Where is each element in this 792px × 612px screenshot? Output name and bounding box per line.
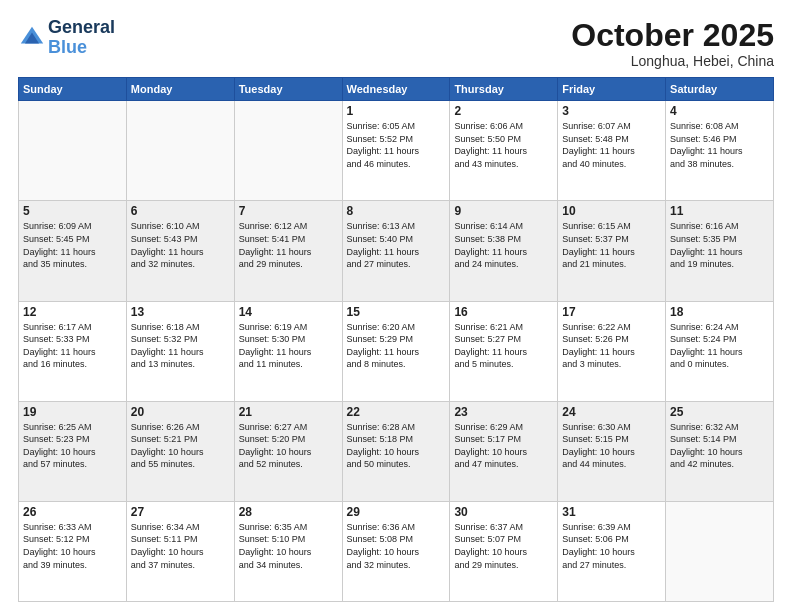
day-info: Sunrise: 6:17 AM Sunset: 5:33 PM Dayligh… bbox=[23, 321, 122, 371]
calendar-cell: 6Sunrise: 6:10 AM Sunset: 5:43 PM Daylig… bbox=[126, 201, 234, 301]
header: General Blue October 2025 Longhua, Hebei… bbox=[18, 18, 774, 69]
calendar-cell: 10Sunrise: 6:15 AM Sunset: 5:37 PM Dayli… bbox=[558, 201, 666, 301]
day-number: 8 bbox=[347, 204, 446, 218]
day-number: 17 bbox=[562, 305, 661, 319]
day-info: Sunrise: 6:06 AM Sunset: 5:50 PM Dayligh… bbox=[454, 120, 553, 170]
calendar-cell: 3Sunrise: 6:07 AM Sunset: 5:48 PM Daylig… bbox=[558, 101, 666, 201]
day-number: 16 bbox=[454, 305, 553, 319]
day-number: 11 bbox=[670, 204, 769, 218]
day-number: 20 bbox=[131, 405, 230, 419]
day-info: Sunrise: 6:26 AM Sunset: 5:21 PM Dayligh… bbox=[131, 421, 230, 471]
day-info: Sunrise: 6:18 AM Sunset: 5:32 PM Dayligh… bbox=[131, 321, 230, 371]
weekday-header-tuesday: Tuesday bbox=[234, 78, 342, 101]
day-info: Sunrise: 6:33 AM Sunset: 5:12 PM Dayligh… bbox=[23, 521, 122, 571]
day-number: 29 bbox=[347, 505, 446, 519]
day-info: Sunrise: 6:36 AM Sunset: 5:08 PM Dayligh… bbox=[347, 521, 446, 571]
calendar-cell: 27Sunrise: 6:34 AM Sunset: 5:11 PM Dayli… bbox=[126, 501, 234, 601]
calendar-week-row: 19Sunrise: 6:25 AM Sunset: 5:23 PM Dayli… bbox=[19, 401, 774, 501]
location: Longhua, Hebei, China bbox=[571, 53, 774, 69]
day-number: 2 bbox=[454, 104, 553, 118]
day-info: Sunrise: 6:21 AM Sunset: 5:27 PM Dayligh… bbox=[454, 321, 553, 371]
day-number: 24 bbox=[562, 405, 661, 419]
day-number: 3 bbox=[562, 104, 661, 118]
calendar-cell bbox=[234, 101, 342, 201]
calendar-cell bbox=[19, 101, 127, 201]
day-info: Sunrise: 6:28 AM Sunset: 5:18 PM Dayligh… bbox=[347, 421, 446, 471]
day-number: 31 bbox=[562, 505, 661, 519]
day-number: 23 bbox=[454, 405, 553, 419]
day-info: Sunrise: 6:37 AM Sunset: 5:07 PM Dayligh… bbox=[454, 521, 553, 571]
calendar-cell: 24Sunrise: 6:30 AM Sunset: 5:15 PM Dayli… bbox=[558, 401, 666, 501]
day-number: 10 bbox=[562, 204, 661, 218]
calendar-cell: 26Sunrise: 6:33 AM Sunset: 5:12 PM Dayli… bbox=[19, 501, 127, 601]
calendar-week-row: 12Sunrise: 6:17 AM Sunset: 5:33 PM Dayli… bbox=[19, 301, 774, 401]
day-info: Sunrise: 6:24 AM Sunset: 5:24 PM Dayligh… bbox=[670, 321, 769, 371]
day-number: 19 bbox=[23, 405, 122, 419]
day-info: Sunrise: 6:32 AM Sunset: 5:14 PM Dayligh… bbox=[670, 421, 769, 471]
weekday-header-row: SundayMondayTuesdayWednesdayThursdayFrid… bbox=[19, 78, 774, 101]
day-number: 9 bbox=[454, 204, 553, 218]
calendar-cell: 23Sunrise: 6:29 AM Sunset: 5:17 PM Dayli… bbox=[450, 401, 558, 501]
day-info: Sunrise: 6:05 AM Sunset: 5:52 PM Dayligh… bbox=[347, 120, 446, 170]
calendar-cell: 9Sunrise: 6:14 AM Sunset: 5:38 PM Daylig… bbox=[450, 201, 558, 301]
day-number: 18 bbox=[670, 305, 769, 319]
calendar-cell: 11Sunrise: 6:16 AM Sunset: 5:35 PM Dayli… bbox=[666, 201, 774, 301]
calendar-cell: 13Sunrise: 6:18 AM Sunset: 5:32 PM Dayli… bbox=[126, 301, 234, 401]
day-info: Sunrise: 6:39 AM Sunset: 5:06 PM Dayligh… bbox=[562, 521, 661, 571]
calendar-week-row: 5Sunrise: 6:09 AM Sunset: 5:45 PM Daylig… bbox=[19, 201, 774, 301]
day-number: 21 bbox=[239, 405, 338, 419]
day-info: Sunrise: 6:12 AM Sunset: 5:41 PM Dayligh… bbox=[239, 220, 338, 270]
calendar-cell: 19Sunrise: 6:25 AM Sunset: 5:23 PM Dayli… bbox=[19, 401, 127, 501]
weekday-header-sunday: Sunday bbox=[19, 78, 127, 101]
calendar-cell: 15Sunrise: 6:20 AM Sunset: 5:29 PM Dayli… bbox=[342, 301, 450, 401]
day-info: Sunrise: 6:29 AM Sunset: 5:17 PM Dayligh… bbox=[454, 421, 553, 471]
weekday-header-wednesday: Wednesday bbox=[342, 78, 450, 101]
day-number: 5 bbox=[23, 204, 122, 218]
calendar-cell: 18Sunrise: 6:24 AM Sunset: 5:24 PM Dayli… bbox=[666, 301, 774, 401]
calendar-cell: 31Sunrise: 6:39 AM Sunset: 5:06 PM Dayli… bbox=[558, 501, 666, 601]
page: General Blue October 2025 Longhua, Hebei… bbox=[0, 0, 792, 612]
day-number: 26 bbox=[23, 505, 122, 519]
logo-icon bbox=[18, 24, 46, 52]
day-info: Sunrise: 6:13 AM Sunset: 5:40 PM Dayligh… bbox=[347, 220, 446, 270]
calendar-cell: 8Sunrise: 6:13 AM Sunset: 5:40 PM Daylig… bbox=[342, 201, 450, 301]
weekday-header-monday: Monday bbox=[126, 78, 234, 101]
day-info: Sunrise: 6:19 AM Sunset: 5:30 PM Dayligh… bbox=[239, 321, 338, 371]
day-info: Sunrise: 6:27 AM Sunset: 5:20 PM Dayligh… bbox=[239, 421, 338, 471]
day-number: 13 bbox=[131, 305, 230, 319]
day-number: 28 bbox=[239, 505, 338, 519]
day-info: Sunrise: 6:08 AM Sunset: 5:46 PM Dayligh… bbox=[670, 120, 769, 170]
calendar-cell: 16Sunrise: 6:21 AM Sunset: 5:27 PM Dayli… bbox=[450, 301, 558, 401]
calendar-cell: 30Sunrise: 6:37 AM Sunset: 5:07 PM Dayli… bbox=[450, 501, 558, 601]
calendar-cell: 20Sunrise: 6:26 AM Sunset: 5:21 PM Dayli… bbox=[126, 401, 234, 501]
day-number: 22 bbox=[347, 405, 446, 419]
day-info: Sunrise: 6:09 AM Sunset: 5:45 PM Dayligh… bbox=[23, 220, 122, 270]
calendar-cell: 2Sunrise: 6:06 AM Sunset: 5:50 PM Daylig… bbox=[450, 101, 558, 201]
day-info: Sunrise: 6:34 AM Sunset: 5:11 PM Dayligh… bbox=[131, 521, 230, 571]
calendar-cell: 22Sunrise: 6:28 AM Sunset: 5:18 PM Dayli… bbox=[342, 401, 450, 501]
day-number: 14 bbox=[239, 305, 338, 319]
day-info: Sunrise: 6:20 AM Sunset: 5:29 PM Dayligh… bbox=[347, 321, 446, 371]
calendar-cell: 14Sunrise: 6:19 AM Sunset: 5:30 PM Dayli… bbox=[234, 301, 342, 401]
calendar-cell: 28Sunrise: 6:35 AM Sunset: 5:10 PM Dayli… bbox=[234, 501, 342, 601]
calendar-week-row: 1Sunrise: 6:05 AM Sunset: 5:52 PM Daylig… bbox=[19, 101, 774, 201]
day-info: Sunrise: 6:35 AM Sunset: 5:10 PM Dayligh… bbox=[239, 521, 338, 571]
calendar-cell: 5Sunrise: 6:09 AM Sunset: 5:45 PM Daylig… bbox=[19, 201, 127, 301]
day-info: Sunrise: 6:10 AM Sunset: 5:43 PM Dayligh… bbox=[131, 220, 230, 270]
calendar-table: SundayMondayTuesdayWednesdayThursdayFrid… bbox=[18, 77, 774, 602]
logo: General Blue bbox=[18, 18, 115, 58]
calendar-cell: 7Sunrise: 6:12 AM Sunset: 5:41 PM Daylig… bbox=[234, 201, 342, 301]
day-number: 6 bbox=[131, 204, 230, 218]
day-number: 1 bbox=[347, 104, 446, 118]
day-info: Sunrise: 6:22 AM Sunset: 5:26 PM Dayligh… bbox=[562, 321, 661, 371]
weekday-header-friday: Friday bbox=[558, 78, 666, 101]
day-info: Sunrise: 6:25 AM Sunset: 5:23 PM Dayligh… bbox=[23, 421, 122, 471]
calendar-week-row: 26Sunrise: 6:33 AM Sunset: 5:12 PM Dayli… bbox=[19, 501, 774, 601]
title-area: October 2025 Longhua, Hebei, China bbox=[571, 18, 774, 69]
calendar-cell bbox=[126, 101, 234, 201]
day-info: Sunrise: 6:14 AM Sunset: 5:38 PM Dayligh… bbox=[454, 220, 553, 270]
calendar-cell bbox=[666, 501, 774, 601]
logo-text: General Blue bbox=[48, 18, 115, 58]
month-title: October 2025 bbox=[571, 18, 774, 53]
weekday-header-saturday: Saturday bbox=[666, 78, 774, 101]
